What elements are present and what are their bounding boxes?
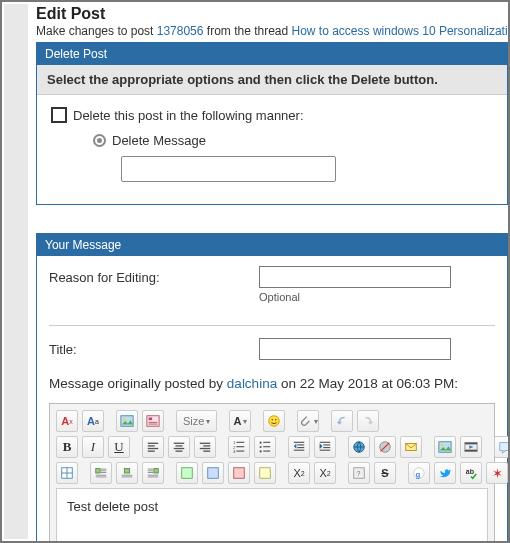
svg-rect-12 [148,451,155,452]
indent-icon[interactable] [314,436,336,458]
svg-rect-63 [122,475,133,476]
italic-icon[interactable]: I [82,436,104,458]
svg-rect-61 [96,477,107,478]
svg-rect-68 [148,472,153,473]
svg-rect-58 [101,470,106,471]
smiley-icon[interactable] [263,410,285,432]
align-left-icon[interactable] [142,436,164,458]
svg-point-6 [269,416,280,427]
note-red-icon[interactable] [228,462,250,484]
note-blue-icon[interactable] [202,462,224,484]
svg-rect-50 [500,443,510,451]
remove-format-icon[interactable]: Ax [56,410,78,432]
font-name-icon[interactable]: Aa [82,410,104,432]
float-center-icon[interactable] [116,462,138,484]
float-left-icon[interactable] [90,462,112,484]
svg-rect-25 [236,446,244,447]
unordered-list-icon[interactable] [254,436,276,458]
svg-rect-37 [320,442,331,443]
toolbar-row-2: B I U 123 [56,436,488,458]
post-id-link[interactable]: 1378056 [157,24,204,38]
align-right-icon[interactable] [194,436,216,458]
note-yellow-icon[interactable] [254,462,276,484]
underline-icon[interactable]: U [108,436,130,458]
orig-user-link[interactable]: dalchina [227,376,277,391]
svg-text:?: ? [356,470,360,477]
svg-rect-19 [200,448,211,449]
left-gutter [4,4,28,539]
svg-rect-34 [297,444,304,445]
svg-rect-62 [124,469,129,473]
svg-rect-15 [174,448,185,449]
image-icon[interactable] [116,410,138,432]
svg-point-7 [272,419,273,420]
undo-icon[interactable] [331,410,353,432]
clear-icon[interactable]: ✶ [486,462,508,484]
toolbar-row-1: Ax Aa Size▾ A▾ ▾ [56,410,488,432]
delete-post-panel: Delete Post Select the appropriate optio… [36,42,508,205]
attachment-icon[interactable]: ▾ [297,410,319,432]
superscript-icon[interactable]: X2 [314,462,336,484]
svg-rect-4 [149,422,158,423]
link-icon[interactable] [348,436,370,458]
redo-icon[interactable] [357,410,379,432]
svg-point-28 [260,446,262,448]
svg-rect-59 [101,472,106,473]
font-color-icon[interactable]: A▾ [229,410,251,432]
outdent-icon[interactable] [288,436,310,458]
editor-textarea[interactable]: Test delete post [56,488,488,543]
svg-rect-69 [148,475,159,476]
reason-label: Reason for Editing: [49,266,259,285]
svg-rect-26 [236,451,244,452]
svg-rect-20 [203,451,210,452]
svg-rect-56 [96,469,100,473]
delete-post-header: Delete Post [37,43,507,65]
float-right-icon[interactable] [142,462,164,484]
insert-video-icon[interactable] [460,436,482,458]
reason-input[interactable] [259,266,451,288]
svg-rect-3 [149,418,153,421]
svg-rect-14 [176,445,183,446]
note-green-icon[interactable] [176,462,198,484]
title-input[interactable] [259,338,451,360]
original-post-line: Message originally posted by dalchina on… [49,376,495,391]
svg-rect-11 [148,448,159,449]
svg-rect-17 [200,443,211,444]
ordered-list-icon[interactable]: 123 [228,436,250,458]
table-icon[interactable] [56,462,78,484]
svg-point-46 [441,444,444,447]
svg-point-29 [260,450,262,452]
svg-rect-39 [323,447,330,448]
insert-image-icon[interactable] [434,436,456,458]
svg-rect-36 [294,450,305,451]
page-subtitle: Make changes to post 1378056 from the th… [36,24,508,38]
your-message-panel: Your Message Reason for Editing: Optiona… [36,233,508,543]
unlink-icon[interactable] [374,436,396,458]
svg-rect-66 [148,469,153,470]
align-center-icon[interactable] [168,436,190,458]
google-icon[interactable]: g [408,462,430,484]
svg-rect-67 [148,470,153,471]
delete-checkbox[interactable] [51,107,67,123]
spoiler-icon[interactable]: ? [348,462,370,484]
svg-rect-74 [260,468,271,479]
thread-link[interactable]: How to access windows 10 Personalizatio [292,24,510,38]
delete-message-radio[interactable] [93,134,106,147]
page-title: Edit Post [36,5,508,23]
spellcheck-icon[interactable]: ab [460,462,482,484]
svg-rect-72 [208,468,219,479]
quote-icon[interactable] [494,436,510,458]
email-icon[interactable] [400,436,422,458]
strike-icon[interactable]: S [374,462,396,484]
bold-icon[interactable]: B [56,436,78,458]
delete-message-radio-label: Delete Message [112,133,206,148]
svg-rect-32 [263,451,270,452]
wrap-icon[interactable] [142,410,164,432]
your-message-header: Your Message [37,234,507,256]
twitter-icon[interactable] [434,462,456,484]
size-dropdown[interactable]: Size▾ [176,410,217,432]
delete-instruction: Select the appropriate options and then … [37,65,507,95]
delete-reason-input[interactable] [121,156,336,182]
svg-rect-65 [154,469,158,473]
subscript-icon[interactable]: X2 [288,462,310,484]
